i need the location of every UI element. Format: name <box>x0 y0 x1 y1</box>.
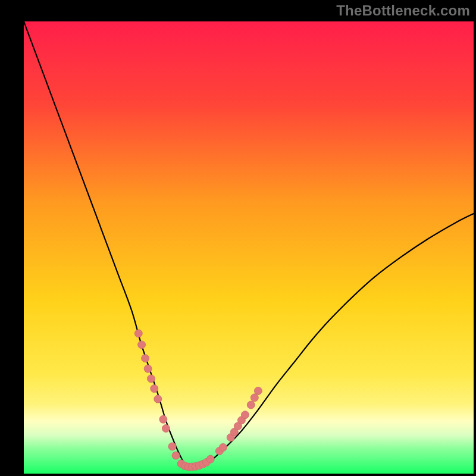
curve-marker <box>154 395 162 403</box>
bottleneck-chart <box>24 21 474 474</box>
curve-marker <box>151 385 158 393</box>
curve-marker <box>134 330 142 337</box>
chart-frame: TheBottleneck.com <box>0 0 476 476</box>
curve-marker <box>254 387 262 394</box>
curve-marker <box>159 415 167 423</box>
curve-marker <box>168 443 176 450</box>
curve-marker <box>172 452 180 459</box>
curve-marker <box>219 443 227 451</box>
curve-marker <box>250 394 258 402</box>
curve-marker <box>142 355 149 362</box>
curve-marker <box>241 411 249 419</box>
plot-area <box>24 21 474 474</box>
curve-marker <box>147 375 155 383</box>
curve-marker <box>144 365 152 372</box>
curve-marker <box>247 401 255 409</box>
curve-marker <box>206 455 214 463</box>
watermark-text: TheBottleneck.com <box>336 2 470 19</box>
curve-marker <box>138 341 146 349</box>
curve-marker <box>162 425 170 433</box>
